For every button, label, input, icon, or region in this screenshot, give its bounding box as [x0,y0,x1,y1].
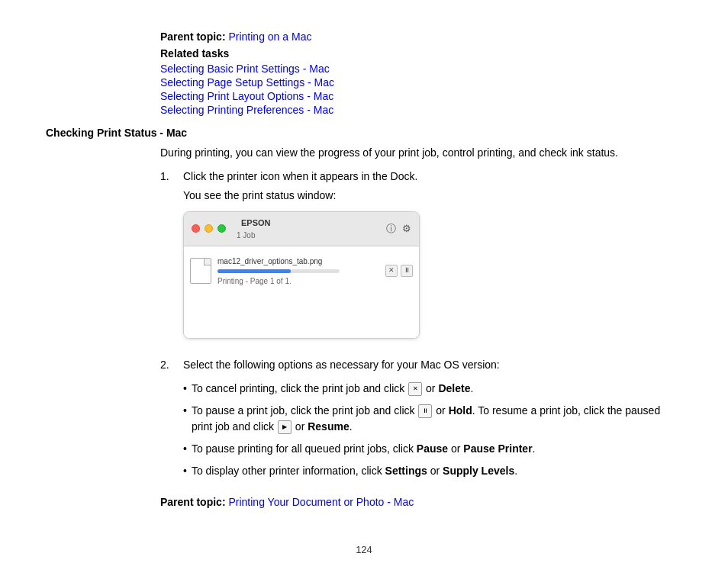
related-link-1[interactable]: Selecting Basic Print Settings - Mac [160,63,682,75]
info-icon[interactable]: ⓘ [386,221,396,236]
titlebar-left: EPSON 1 Job [192,217,271,241]
print-job-info: mac12_driver_options_tab.png Printing - … [217,256,379,287]
step-1: 1. Click the printer icon when it appear… [160,169,682,351]
print-job-controls: ✕ ⏸ [385,265,413,277]
related-links: Selecting Basic Print Settings - Mac Sel… [160,63,682,116]
section-heading: Checking Print Status - Mac [46,127,682,139]
print-status-window: EPSON 1 Job ⓘ ⚙ mac12 [183,211,420,339]
step-2-text: Select the following options as necessar… [183,359,500,371]
bullet-4: To display other printer information, cl… [183,463,682,479]
resume-icon-inline: ▶ [278,420,292,434]
print-window-titlebar: EPSON 1 Job ⓘ ⚙ [184,212,419,246]
cancel-icon-inline: ✕ [408,382,422,396]
bullet-4-content: To display other printer information, cl… [192,463,682,479]
step-1-sub: You see the print status window: [183,188,682,204]
parent-topic-bottom-link[interactable]: Printing Your Document or Photo - Mac [228,496,414,508]
intro-text: During printing, you can view the progre… [160,145,682,161]
related-link-3[interactable]: Selecting Print Layout Options - Mac [160,90,682,102]
related-tasks-label: Related tasks [160,47,682,60]
section-body: During printing, you can view the progre… [160,145,682,508]
step-1-content: Click the printer icon when it appears i… [183,169,682,351]
page-footer: 124 [0,536,728,563]
page-number: 124 [356,544,372,555]
related-link-2[interactable]: Selecting Page Setup Settings - Mac [160,76,682,88]
bullet-1-content: To cancel printing, click the print job … [192,381,682,397]
settings-icon[interactable]: ⚙ [402,221,411,236]
print-job-row: mac12_driver_options_tab.png Printing - … [190,253,413,290]
related-link-4[interactable]: Selecting Printing Preferences - Mac [160,104,682,116]
step-1-text: Click the printer icon when it appears i… [183,170,417,182]
pause-job-btn[interactable]: ⏸ [401,265,413,277]
bullet-3-content: To pause printing for all queued print j… [192,441,682,457]
bullet-2: To pause a print job, click the print jo… [183,403,682,435]
parent-topic-bottom-label: Parent topic: [160,496,226,508]
traffic-light-yellow[interactable] [205,224,213,233]
page-content: Parent topic: Printing on a Mac Related … [0,0,728,536]
progress-bar-fill [217,269,291,273]
print-job-status: Printing - Page 1 of 1. [217,275,379,287]
parent-topic-label: Parent topic: [160,31,226,43]
parent-topic-link[interactable]: Printing on a Mac [228,31,311,43]
pause-icon-inline: ⏸ [418,404,432,418]
bullet-2-content: To pause a print job, click the print jo… [192,403,682,435]
step-2: 2. Select the following options as neces… [160,357,682,485]
step-1-num: 1. [160,169,183,351]
window-subtitle: 1 Job [237,230,271,241]
window-app-name: EPSON [241,217,271,230]
print-job-filename: mac12_driver_options_tab.png [217,256,379,267]
traffic-light-red[interactable] [192,224,200,233]
bullet-1: To cancel printing, click the print job … [183,381,682,397]
file-icon [190,258,211,284]
bullet-list: To cancel printing, click the print job … [183,381,682,479]
cancel-job-btn[interactable]: ✕ [385,265,398,277]
bullet-3: To pause printing for all queued print j… [183,441,682,457]
parent-topic-bottom: Parent topic: Printing Your Document or … [160,496,682,508]
step-2-num: 2. [160,357,183,485]
progress-bar-container [217,269,340,273]
print-window-body: mac12_driver_options_tab.png Printing - … [184,246,419,338]
parent-topic-line: Parent topic: Printing on a Mac [160,31,682,43]
traffic-light-green[interactable] [217,224,226,233]
titlebar-icons: ⓘ ⚙ [386,221,411,236]
step-2-content: Select the following options as necessar… [183,357,682,485]
